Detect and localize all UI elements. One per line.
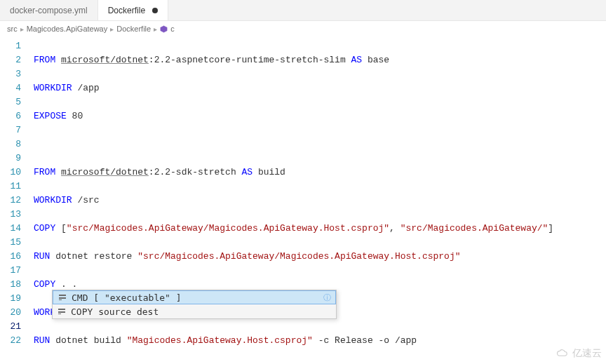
cube-icon (160, 25, 168, 33)
snippet-icon (57, 307, 67, 316)
intellisense-popup[interactable]: CMD [ "executable" ] ⓘ COPY source dest (52, 290, 337, 319)
chevron-right-icon: ▸ (20, 25, 24, 33)
svg-rect-4 (58, 311, 65, 313)
tab-bar: docker-compose.yml Dockerfile (0, 0, 606, 21)
breadcrumb: src ▸ Magicodes.ApiGateway ▸ Dockerfile … (0, 21, 606, 36)
tab-label: docker-compose.yml (10, 6, 88, 15)
breadcrumb-item[interactable]: Dockerfile (116, 25, 151, 33)
breadcrumb-item[interactable]: Magicodes.ApiGateway (27, 25, 108, 33)
chevron-right-icon: ▸ (110, 25, 114, 33)
svg-rect-0 (59, 295, 66, 296)
cloud-icon (556, 349, 570, 358)
svg-rect-2 (59, 299, 62, 300)
tab-docker-compose[interactable]: docker-compose.yml (0, 0, 98, 20)
watermark: 亿速云 (556, 347, 602, 360)
suggest-label: COPY source dest (71, 306, 159, 317)
dirty-indicator-icon (152, 8, 158, 13)
svg-rect-5 (58, 314, 61, 314)
tab-dockerfile[interactable]: Dockerfile (98, 0, 168, 20)
breadcrumb-item[interactable]: c (160, 25, 175, 33)
info-icon[interactable]: ⓘ (323, 292, 331, 303)
svg-rect-3 (58, 309, 65, 310)
suggest-item-cmd[interactable]: CMD [ "executable" ] ⓘ (53, 290, 336, 304)
snippet-icon (58, 293, 67, 302)
line-gutter: 12345678910111213141516171819202122 (0, 36, 34, 364)
chevron-right-icon: ▸ (154, 25, 157, 33)
svg-rect-1 (59, 297, 66, 299)
breadcrumb-item[interactable]: src (7, 25, 18, 33)
suggest-item-copy[interactable]: COPY source dest (53, 304, 336, 318)
suggest-label: CMD [ "executable" ] (72, 292, 182, 303)
tab-label: Dockerfile (108, 6, 145, 15)
